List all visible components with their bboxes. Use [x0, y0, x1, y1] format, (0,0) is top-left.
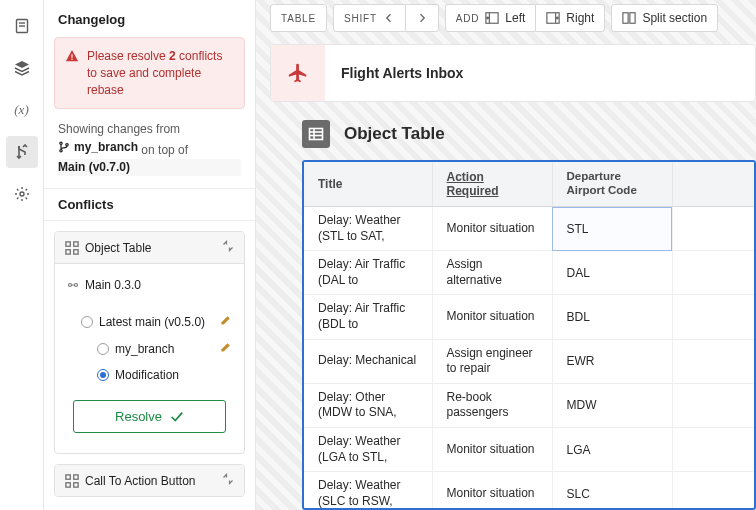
object-table[interactable]: Title Action Required Departure Airport … [302, 160, 756, 510]
col-empty [672, 162, 754, 207]
tree-latest-main[interactable]: Latest main (v0.5.0) [63, 308, 236, 335]
col-action[interactable]: Action Required [432, 162, 552, 207]
cell-action[interactable]: Monitor situation [432, 295, 552, 339]
cell-empty [672, 295, 754, 339]
nav-rail: (x) [0, 0, 44, 510]
cell-title[interactable]: Delay: Weather (STL to SAT, [304, 207, 432, 251]
svg-point-3 [20, 192, 24, 196]
widget-icon [65, 474, 79, 488]
cell-action[interactable]: Monitor situation [432, 472, 552, 510]
main-area: TABLE SHIFT ADD Left Right [256, 0, 756, 510]
shift-button[interactable]: SHIFT [333, 4, 406, 32]
cell-empty [672, 427, 754, 471]
branch-icon [58, 141, 70, 153]
cell-departure[interactable]: MDW [552, 383, 672, 427]
svg-point-6 [60, 143, 62, 145]
collapse-icon[interactable] [222, 473, 234, 488]
rail-settings-icon[interactable] [6, 178, 38, 210]
cell-empty [672, 207, 754, 251]
table-row[interactable]: Delay: Air Traffic (DAL toAssign alterna… [304, 251, 754, 295]
edit-icon[interactable] [220, 341, 232, 356]
resolve-button[interactable]: Resolve [73, 400, 226, 433]
svg-rect-26 [630, 13, 635, 24]
page-header-card: Flight Alerts Inbox [270, 44, 756, 102]
cell-action[interactable]: Monitor situation [432, 207, 552, 251]
tree-my-branch[interactable]: my_branch [63, 335, 236, 362]
edit-icon[interactable] [220, 314, 232, 329]
svg-rect-11 [66, 250, 70, 254]
svg-point-24 [557, 17, 559, 19]
check-icon [170, 410, 184, 424]
cell-action[interactable]: Re-book passengers [432, 383, 552, 427]
add-left-button[interactable]: ADD Left [445, 4, 537, 32]
cell-empty [672, 472, 754, 510]
table-row[interactable]: Delay: Weather (SLC to RSW,Monitor situa… [304, 472, 754, 510]
collapse-icon[interactable] [222, 240, 234, 255]
svg-point-14 [75, 284, 78, 287]
layout-right-icon [546, 11, 560, 25]
conflict-card-cta: Call To Action Button [54, 464, 245, 497]
airplane-icon [271, 45, 325, 101]
rebase-info: Showing changes from my_branch on top of… [44, 121, 255, 188]
rail-variable-icon[interactable]: (x) [6, 94, 38, 126]
col-departure[interactable]: Departure Airport Code [552, 162, 672, 207]
split-section-button[interactable]: Split section [611, 4, 718, 32]
cell-action[interactable]: Assign engineer to repair [432, 339, 552, 383]
table-type-button[interactable]: TABLE [270, 4, 327, 32]
cell-title[interactable]: Delay: Weather (SLC to RSW, [304, 472, 432, 510]
page-title: Flight Alerts Inbox [325, 65, 463, 81]
cell-departure[interactable]: DAL [552, 251, 672, 295]
conflict-card-object-table: Object Table Main 0.3.0 Latest main (v0.… [54, 231, 245, 454]
svg-rect-17 [66, 483, 70, 487]
cell-title[interactable]: Delay: Air Traffic (BDL to [304, 295, 432, 339]
svg-rect-15 [66, 475, 70, 479]
cell-title[interactable]: Delay: Other (MDW to SNA, [304, 383, 432, 427]
svg-rect-4 [71, 54, 72, 58]
rail-merge-icon[interactable] [6, 136, 38, 168]
add-right-button[interactable]: Right [536, 4, 605, 32]
table-row[interactable]: Delay: Weather (STL to SAT,Monitor situa… [304, 207, 754, 251]
cell-empty [672, 251, 754, 295]
table-icon [302, 120, 330, 148]
resolve-conflicts-alert: Please resolve 2 conflicts to save and c… [54, 37, 245, 109]
layout-left-icon [485, 11, 499, 25]
toolbar: TABLE SHIFT ADD Left Right [256, 0, 756, 40]
widget-icon [65, 241, 79, 255]
svg-rect-27 [310, 129, 323, 140]
svg-rect-10 [74, 242, 78, 246]
shift-right-button[interactable] [406, 4, 439, 32]
table-row[interactable]: Delay: Other (MDW to SNA,Re-book passeng… [304, 383, 754, 427]
cell-departure[interactable]: BDL [552, 295, 672, 339]
object-table-heading: Object Table [256, 120, 756, 160]
table-row[interactable]: Delay: MechanicalAssign engineer to repa… [304, 339, 754, 383]
tree-root: Main 0.3.0 [63, 272, 236, 298]
cell-title[interactable]: Delay: Air Traffic (DAL to [304, 251, 432, 295]
conflict-card-header[interactable]: Call To Action Button [55, 465, 244, 496]
svg-rect-9 [66, 242, 70, 246]
tree-modification[interactable]: Modification [63, 362, 236, 388]
col-title[interactable]: Title [304, 162, 432, 207]
svg-point-7 [60, 150, 62, 152]
cell-title[interactable]: Delay: Weather (LGA to STL, [304, 427, 432, 471]
table-row[interactable]: Delay: Air Traffic (BDL toMonitor situat… [304, 295, 754, 339]
conflicts-header: Conflicts [44, 188, 255, 221]
changelog-panel: Changelog Please resolve 2 conflicts to … [44, 0, 256, 510]
cell-departure[interactable]: LGA [552, 427, 672, 471]
svg-rect-25 [623, 13, 628, 24]
svg-point-8 [66, 144, 68, 146]
conflict-card-header[interactable]: Object Table [55, 232, 244, 264]
svg-rect-5 [71, 59, 72, 60]
split-icon [622, 11, 636, 25]
cell-action[interactable]: Monitor situation [432, 427, 552, 471]
conflict-tree: Main 0.3.0 Latest main (v0.5.0) my_branc… [55, 264, 244, 400]
svg-point-21 [487, 17, 489, 19]
cell-title[interactable]: Delay: Mechanical [304, 339, 432, 383]
cell-departure[interactable]: EWR [552, 339, 672, 383]
cell-departure[interactable]: SLC [552, 472, 672, 510]
cell-departure[interactable]: STL [552, 207, 672, 251]
rail-document-icon[interactable] [6, 10, 38, 42]
cell-action[interactable]: Assign alternative [432, 251, 552, 295]
rail-layers-icon[interactable] [6, 52, 38, 84]
table-row[interactable]: Delay: Weather (LGA to STL,Monitor situa… [304, 427, 754, 471]
warning-icon [65, 49, 79, 63]
